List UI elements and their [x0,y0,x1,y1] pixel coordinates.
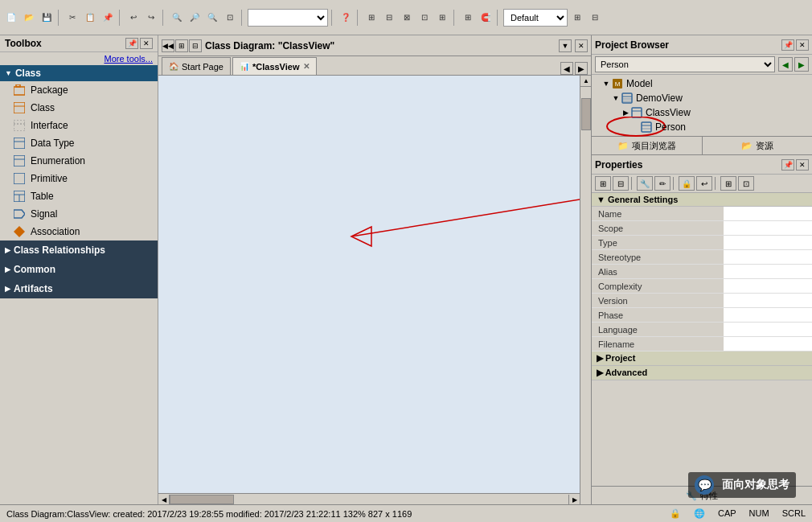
prop-name-value[interactable] [724,207,812,221]
pb-pin-btn[interactable]: 📌 [781,39,794,51]
toolbar-btn-open[interactable]: 📂 [21,10,37,26]
toolbar-btn-align-left[interactable]: ⊞ [363,10,379,26]
toolbox-item-interface[interactable]: Interface [0,117,158,134]
toolbar-btn-align-center[interactable]: ⊟ [381,10,397,26]
toolbox-section-classrel[interactable]: ▶ Class Relationships [0,240,158,260]
prop-section-project[interactable]: ▶ Project [592,351,812,366]
prop-btn-5[interactable]: 🔒 [679,176,695,191]
prop-btn-2[interactable]: ⊟ [613,176,629,191]
pb-nav-btn-next[interactable]: ▶ [794,57,809,72]
toolbox-section-artifacts[interactable]: ▶ Artifacts [0,279,158,298]
toolbox-section-common[interactable]: ▶ Common [0,260,158,279]
toolbar-btn-extra2[interactable]: ⊟ [587,10,603,26]
tab-nav-right[interactable]: ▶ [575,62,588,75]
toolbox-close-btn[interactable]: ✕ [140,38,153,49]
prop-section-advanced[interactable]: ▶ Advanced [592,366,812,380]
prop-language-value[interactable] [724,323,812,337]
prop-btn-1[interactable]: ⊞ [595,176,611,191]
props-tab-features[interactable]: 🔧 特性 [592,487,812,504]
prop-scope-label: Scope [592,221,724,236]
prop-btn-7[interactable]: ⊞ [720,176,736,191]
toolbox-pin-btn[interactable]: 📌 [125,38,138,49]
view-dropdown[interactable]: (default) [248,9,328,27]
diagram-nav: ◀◀ ⊞ ⊟ [162,39,202,52]
prop-btn-3[interactable]: 🔧 [637,176,653,191]
props-close-btn[interactable]: ✕ [796,159,809,171]
toolbar-btn-grid[interactable]: ⊞ [460,10,476,26]
toolbar-btn-new[interactable]: 📄 [3,10,19,26]
tab-classview-close[interactable]: ✕ [303,62,310,71]
toolbar-btn-cut[interactable]: ✂ [64,10,80,26]
toolbox-item-table[interactable]: Table [0,187,158,205]
scroll-left-btn[interactable]: ◀ [158,495,170,504]
tab-start-page[interactable]: 🏠 Start Page [162,57,231,75]
prop-filename-value[interactable] [724,337,812,351]
diagram-canvas[interactable]: ▲ ◀ ▶ [158,76,591,504]
toolbar-btn-save[interactable]: 💾 [39,10,55,26]
diagram-scrollbar-right[interactable]: ▲ [580,76,591,504]
prop-row-alias: Alias [592,265,812,279]
pb-nav-btn-prev[interactable]: ◀ [778,57,793,72]
prop-scroll-area[interactable]: ▼ General Settings Name Scope Typ [592,193,812,486]
scroll-right-btn[interactable]: ▶ [568,495,580,504]
tab-classview[interactable]: 📊 *ClassView ✕ [232,57,317,75]
toolbox-item-primitive[interactable]: Primitive [0,170,158,187]
prop-scope-value[interactable] [724,221,812,236]
tree-item-model[interactable]: ▼ M Model [592,76,812,91]
prop-complexity-value[interactable] [724,279,812,294]
prop-alias-value[interactable] [724,265,812,279]
pb-close-btn[interactable]: ✕ [796,39,809,51]
prop-version-value[interactable] [724,294,812,308]
more-tools-link[interactable]: More tools... [0,52,158,65]
scroll-up-btn[interactable]: ▲ [580,76,591,87]
toolbox-item-enumeration[interactable]: Enumeration [0,152,158,170]
scroll-thumb-v[interactable] [581,98,591,130]
prop-btn-6[interactable]: ↩ [696,176,712,191]
prop-stereotype-value[interactable] [724,250,812,265]
diagram-minimize-btn[interactable]: ▼ [559,39,572,52]
toolbar-btn-snap[interactable]: 🧲 [478,10,494,26]
profile-dropdown[interactable]: Default [503,9,568,27]
props-toolbar: ⊞ ⊟ 🔧 ✏ 🔒 ↩ ⊞ ⊡ [592,175,812,193]
pb-project-select[interactable]: Person [595,56,775,72]
toolbar-btn-fit[interactable]: ⊡ [222,10,238,26]
diagram-nav-icon1[interactable]: ⊞ [175,39,188,52]
toolbar-btn-align-top[interactable]: ⊡ [416,10,433,26]
tree-item-demoview[interactable]: ▼ DemoView [592,91,812,105]
toolbar-btn-help[interactable]: ❓ [338,10,354,26]
toolbar-btn-find[interactable]: 🔍 [169,10,185,26]
prop-btn-8[interactable]: ⊡ [738,176,754,191]
prop-type-value[interactable] [724,236,812,250]
toolbar-btn-zoom-out[interactable]: 🔍 [204,10,220,26]
pb-nav-btns: ◀ ▶ [778,57,809,72]
toolbox-item-class[interactable]: Class [0,99,158,117]
toolbar-btn-align-right[interactable]: ⊠ [399,10,415,26]
prop-phase-value[interactable] [724,308,812,323]
tree-item-person[interactable]: Person [592,120,812,134]
toolbox-item-package[interactable]: Package [0,81,158,99]
diagram-nav-prev[interactable]: ◀◀ [162,39,174,52]
tree-item-classview[interactable]: ▶ ClassView [592,105,812,120]
prop-section-general[interactable]: ▼ General Settings [592,193,812,207]
toolbar-btn-copy[interactable]: 📋 [82,10,98,26]
props-pin-btn[interactable]: 📌 [781,159,794,171]
diagram-nav-icon2[interactable]: ⊟ [189,39,202,52]
prop-btn-4[interactable]: ✏ [654,176,671,191]
toolbar-btn-paste[interactable]: 📌 [100,10,116,26]
toolbox-section-class[interactable]: ▼ Class [0,65,158,81]
diagram-scrollbar-bottom[interactable]: ◀ ▶ [158,493,580,504]
pb-tab-resources[interactable]: 📂 资源 [703,137,813,154]
toolbar-btn-extra1[interactable]: ⊞ [569,10,585,26]
toolbox-item-datatype[interactable]: Data Type [0,134,158,152]
toolbar-btn-distribute[interactable]: ⊞ [434,10,450,26]
toolbox-item-signal[interactable]: Signal [0,205,158,223]
toolbar-btn-redo[interactable]: ↪ [143,10,159,26]
toolbar-btn-undo[interactable]: ↩ [125,10,141,26]
diagram-close-btn[interactable]: ✕ [575,39,588,52]
toolbox-item-association[interactable]: Association [0,223,158,240]
pb-tab-project[interactable]: 📁 项目浏览器 [592,137,703,154]
tab-nav-left[interactable]: ◀ [560,62,573,75]
toolbar-btn-zoom-in[interactable]: 🔎 [187,10,203,26]
scroll-thumb-h[interactable] [170,495,234,504]
interface-icon [13,119,26,132]
